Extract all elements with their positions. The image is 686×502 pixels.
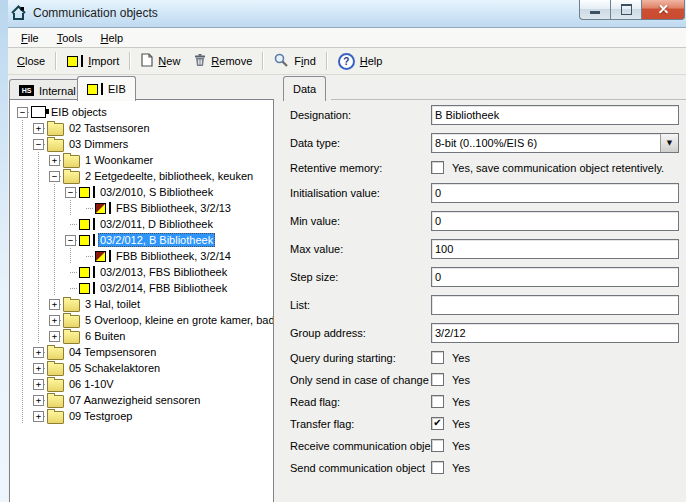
tree-collapse-icon[interactable]: − [65, 235, 76, 246]
menu-help[interactable]: Help [91, 30, 132, 46]
tree-expand-icon[interactable]: + [33, 395, 44, 406]
tree-collapse-icon[interactable]: − [17, 107, 28, 118]
tree-guide-line [14, 392, 30, 408]
max-value-input[interactable]: 100 [431, 239, 679, 259]
retentive-memory-checkbox[interactable] [431, 161, 444, 174]
tree-guide-line [46, 264, 62, 280]
tree-guide-line [30, 216, 46, 232]
tree-item[interactable]: +05 Schakelaktoren [10, 360, 273, 376]
tree-guide-line [14, 152, 30, 168]
tree-item[interactable]: +02 Tastsensoren [10, 120, 273, 136]
minimize-button[interactable] [579, 0, 610, 20]
tree-item[interactable]: −03/2/010, S Bibliotheek [10, 184, 273, 200]
toolbar-separator [55, 52, 57, 70]
query-during-starting-checkbox[interactable] [431, 351, 444, 364]
tree-guide-line [46, 232, 62, 248]
close-window-button[interactable] [642, 0, 685, 20]
field-value: 3/2/12 [435, 327, 466, 339]
tree-item[interactable]: +1 Woonkamer [10, 152, 273, 168]
tree-item[interactable]: −03/2/012, B Bibliotheek [10, 232, 273, 248]
initialisation-value-input[interactable]: 0 [431, 183, 679, 203]
tree-guide-line [30, 168, 46, 184]
folder-icon [47, 123, 64, 136]
tree-item[interactable]: +3 Hal, toilet [10, 296, 273, 312]
tree-item[interactable]: +07 Aanwezigheid sensoren [10, 392, 273, 408]
tab-internal[interactable]: HS Internal [9, 79, 86, 101]
tree-item[interactable]: +6 Buiten [10, 328, 273, 344]
tree-item[interactable]: −03 Dimmers [10, 136, 273, 152]
window-border [0, 0, 8, 502]
tree-item-label: 03/2/014, FBB Bibliotheek [98, 281, 229, 295]
form-row: Send communication objectYes [290, 461, 679, 474]
group-address-input[interactable]: 3/2/12 [431, 323, 679, 343]
tree-item[interactable]: 03/2/014, FBB Bibliotheek [10, 280, 273, 296]
tree-branch-line: − [62, 232, 78, 248]
tree-branch-line: − [30, 136, 46, 152]
only-send-in-case-of-change-checkbox[interactable] [431, 373, 444, 386]
tree-expand-icon[interactable]: + [33, 411, 44, 422]
max-value-label: Max value: [290, 243, 431, 255]
tree-branch-line: + [30, 360, 46, 376]
group-address-icon [79, 266, 95, 278]
tree-expand-icon[interactable]: + [33, 347, 44, 358]
tree-item-label: FBS Bibliotheek, 3/2/13 [114, 201, 233, 215]
menu-tools[interactable]: Tools [48, 30, 92, 46]
form-section: Designation:B BibliotheekData type:8-bit… [290, 105, 679, 174]
tree-item[interactable]: FBS Bibliotheek, 3/2/13 [10, 200, 273, 216]
step-size-input[interactable]: 0 [431, 267, 679, 287]
tree-item[interactable]: +06 1-10V [10, 376, 273, 392]
tree-item[interactable]: +04 Tempsensoren [10, 344, 273, 360]
new-button[interactable]: New [134, 51, 187, 71]
import-button[interactable]: Import [60, 53, 126, 69]
title-bar[interactable]: Communication objects [0, 0, 686, 28]
tree-item[interactable]: 03/2/013, FBS Bibliotheek [10, 264, 273, 280]
tree-expand-icon[interactable]: + [33, 123, 44, 134]
find-button[interactable]: Find [267, 51, 322, 72]
tree-guide-line [30, 280, 46, 296]
tree-collapse-icon[interactable]: − [49, 171, 60, 182]
tree-item[interactable]: −EIB objects [10, 104, 273, 120]
folder-icon [47, 411, 64, 424]
tree-collapse-icon[interactable]: − [65, 187, 76, 198]
tree-item[interactable]: +5 Overloop, kleine en grote kamer, bad [10, 312, 273, 328]
data-form: Designation:B BibliotheekData type:8-bit… [290, 105, 679, 483]
tree-item[interactable]: 03/2/011, D Bibliotheek [10, 216, 273, 232]
help-button[interactable]: ? Help [331, 51, 390, 72]
tree-expand-icon[interactable]: + [49, 331, 60, 342]
folder-icon [63, 171, 80, 184]
form-section: Receive communication objeYesSend commun… [290, 439, 679, 474]
tree-expand-icon[interactable]: + [49, 155, 60, 166]
tab-data[interactable]: Data [283, 76, 326, 101]
tree-item-label: 07 Aanwezigheid sensoren [67, 393, 202, 407]
dropdown-arrow-icon[interactable]: ▼ [660, 134, 678, 152]
maximize-button[interactable] [610, 0, 642, 20]
form-section: Query during starting:YesOnly send in ca… [290, 351, 679, 430]
list-label: List: [290, 299, 431, 311]
tab-eib[interactable]: EIB [77, 76, 136, 101]
menu-bar: File Tools Help [8, 28, 686, 48]
tree-expand-icon[interactable]: + [33, 363, 44, 374]
tree-expand-icon[interactable]: + [49, 315, 60, 326]
tree-collapse-icon[interactable]: − [33, 139, 44, 150]
menu-file[interactable]: File [12, 30, 48, 46]
read-flag-checkbox[interactable] [431, 395, 444, 408]
send-communication-object-checkbox[interactable] [431, 461, 444, 474]
close-button[interactable]: Close [10, 53, 52, 69]
min-value-input[interactable]: 0 [431, 211, 679, 231]
designation-input[interactable]: B Bibliotheek [431, 105, 679, 125]
tree-guide-line [46, 184, 62, 200]
remove-button[interactable]: Remove [187, 51, 259, 71]
tree-branch-line: + [30, 408, 46, 424]
data-type-select[interactable]: 8-bit (0..100%/EIS 6)▼ [431, 133, 679, 153]
tree-expand-icon[interactable]: + [49, 299, 60, 310]
tree-item-label: EIB objects [49, 105, 109, 119]
receive-communication-obje-checkbox[interactable] [431, 439, 444, 452]
tree-item[interactable]: −2 Eetgedeelte, bibliotheek, keuken [10, 168, 273, 184]
tree-expand-icon[interactable]: + [33, 379, 44, 390]
tree-item[interactable]: +09 Testgroep [10, 408, 273, 424]
list-input[interactable] [431, 295, 679, 315]
tree-item[interactable]: FBB Bibliotheek, 3/2/14 [10, 248, 273, 264]
tree-item-label: 03/2/012, B Bibliotheek [98, 233, 215, 247]
eib-object-tree[interactable]: −EIB objects+02 Tastsensoren−03 Dimmers+… [9, 99, 274, 502]
transfer-flag-checkbox[interactable] [431, 417, 444, 430]
